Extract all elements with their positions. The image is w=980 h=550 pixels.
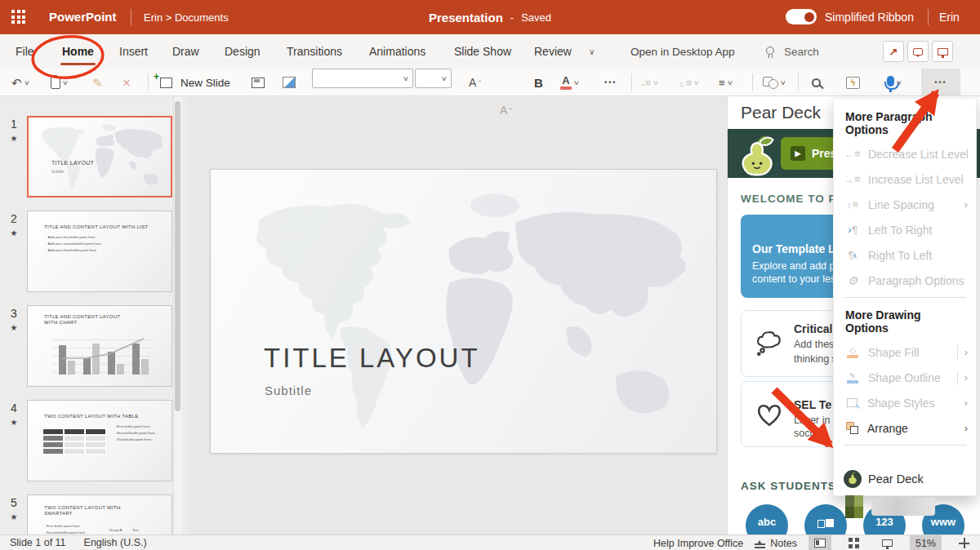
open-in-desktop-button[interactable]: Open in Desktop App	[630, 46, 735, 58]
slide-layout-button[interactable]	[252, 69, 265, 96]
menu-item-arrange[interactable]: Arrange ›	[834, 415, 976, 441]
submenu-chevron-icon: ›	[964, 346, 968, 358]
more-tabs-chevron-icon[interactable]: ∨	[589, 47, 595, 56]
slide-3-thumbnail[interactable]: TITLE AND CONTENT LAYOUT WITH CHART	[27, 305, 172, 387]
font-color-button[interactable]: A∨	[560, 69, 579, 96]
notes-icon	[755, 543, 765, 545]
undo-button[interactable]: ↶∨	[11, 69, 29, 96]
slide-title-text[interactable]: TITLE LAYOUT	[264, 343, 480, 374]
tab-home[interactable]: Home	[62, 45, 94, 58]
menu-item-shape-outline[interactable]: ✎ Shape Outline ›	[834, 365, 976, 390]
comments-button[interactable]	[907, 41, 929, 62]
tab-transitions[interactable]: Transitions	[287, 45, 342, 58]
notes-toggle[interactable]: Notes	[755, 538, 797, 549]
mini-world-map	[29, 118, 172, 197]
thumb-title: TITLE LAYOUT	[51, 160, 94, 166]
current-slide[interactable]: TITLE LAYOUT Subtitle	[210, 169, 717, 454]
simplified-ribbon-toggle[interactable]	[786, 9, 817, 24]
slide-subtitle-text[interactable]: Subtitle	[265, 384, 312, 397]
arrange-icon	[846, 422, 858, 434]
text-response-button[interactable]: abc	[746, 504, 788, 534]
thumb-bullet: Second bullet point here	[114, 430, 155, 437]
more-font-options-button[interactable]: •••	[604, 69, 617, 96]
font-name-chevron-icon: ∨	[403, 75, 409, 82]
slide-panel-scrollbar-thumb[interactable]	[175, 101, 180, 411]
designer-theme-button[interactable]	[283, 69, 296, 96]
slide-1-thumbnail[interactable]: TITLE LAYOUT Subtitle	[27, 116, 172, 197]
menu-item-shape-styles[interactable]: Shape Styles ›	[834, 390, 976, 415]
numbering-icon: 1.≡	[679, 77, 692, 89]
design-icon	[283, 77, 296, 88]
tell-me-bulb-icon[interactable]	[766, 47, 774, 55]
paste-chevron-icon[interactable]: ∨	[62, 79, 69, 86]
slide-4-thumbnail[interactable]: TWO CONTENT LAYOUT WITH TABLE First bull…	[27, 400, 172, 481]
menu-item-decrease-list-level[interactable]: ←≡ Decrease List Level	[834, 141, 976, 166]
slide-counter[interactable]: Slide 1 of 11	[10, 537, 66, 548]
menu-item-shape-fill[interactable]: ◇ Shape Fill ›	[834, 339, 976, 365]
submenu-chevron-icon: ›	[964, 397, 968, 409]
menu-item-paragraph-options[interactable]: ⚙ Paragraph Options	[834, 268, 976, 293]
designer-button[interactable]: ϟ	[846, 69, 860, 96]
format-painter-button[interactable]: ✎	[92, 69, 103, 96]
shapes-chevron-icon[interactable]: ∨	[780, 79, 786, 86]
align-button[interactable]: ≡∨	[719, 69, 732, 96]
font-color-chevron-icon[interactable]: ∨	[573, 79, 580, 86]
menu-item-line-spacing[interactable]: ↕≡ Line Spacing ›	[834, 192, 976, 217]
thumb-title: TITLE AND CONTENT LAYOUT WITH LIST	[44, 224, 167, 230]
zoom-level-button[interactable]: 51%	[910, 535, 942, 550]
bold-icon: B	[534, 76, 543, 90]
grow-caret-icon: ˆ	[479, 79, 481, 86]
font-name-select[interactable]: ∨	[312, 69, 413, 88]
tab-slide-show[interactable]: Slide Show	[454, 45, 511, 58]
clipboard-icon	[51, 77, 60, 89]
tab-design[interactable]: Design	[225, 45, 261, 58]
tab-animations[interactable]: Animations	[369, 45, 425, 58]
new-slide-button[interactable]: New Slide	[160, 69, 230, 96]
tab-review[interactable]: Review	[534, 45, 572, 58]
bullets-chevron-icon[interactable]: ∨	[653, 79, 659, 86]
search-input[interactable]: Search	[784, 46, 819, 58]
abc-label: abc	[758, 516, 776, 528]
dictate-chevron-icon[interactable]: ∨	[896, 79, 902, 86]
fit-to-window-button[interactable]	[953, 535, 975, 550]
heart-icon	[755, 403, 783, 428]
menu-item-left-to-right[interactable]: ›¶ Left To Right	[834, 217, 976, 242]
menu-item-increase-list-level[interactable]: →≡ Increase List Level	[834, 166, 976, 192]
slide-sorter-view-button[interactable]	[843, 535, 865, 550]
account-name[interactable]: Erin	[939, 11, 960, 24]
delete-button[interactable]: ×	[122, 69, 131, 96]
tab-insert[interactable]: Insert	[119, 45, 148, 58]
paste-button[interactable]: ∨	[51, 69, 68, 96]
tab-file[interactable]: File	[16, 45, 34, 58]
numbering-button[interactable]: 1.≡∨	[679, 69, 699, 96]
present-button[interactable]	[932, 41, 953, 62]
ribbon-overflow-button[interactable]: •••	[921, 69, 960, 96]
shapes-button[interactable]: ∨	[763, 69, 786, 96]
bullets-button[interactable]: •≡∨	[642, 69, 658, 96]
layout-icon	[252, 78, 265, 88]
menu-item-redacted[interactable]	[834, 493, 976, 521]
align-chevron-icon[interactable]: ∨	[726, 79, 733, 86]
increase-list-level-icon: →≡	[844, 173, 862, 185]
language-indicator[interactable]: English (U.S.)	[84, 537, 147, 548]
mini-table	[42, 428, 108, 455]
normal-view-button[interactable]	[808, 535, 831, 550]
slideshow-view-button[interactable]	[876, 535, 898, 550]
share-button[interactable]: ↗	[883, 41, 904, 62]
help-improve-office-link[interactable]: Help Improve Office	[653, 538, 743, 549]
menu-item-label: Left To Right	[868, 224, 968, 237]
sel-card-title: SEL Te	[794, 398, 831, 411]
slide-5-thumbnail[interactable]: TWO CONTENT LAYOUT WITH SMARTART First b…	[27, 495, 172, 534]
menu-item-pear-deck[interactable]: Pear Deck	[834, 465, 976, 493]
slide-2-thumbnail[interactable]: TITLE AND CONTENT LAYOUT WITH LIST Add y…	[27, 211, 172, 292]
font-size-select[interactable]: ∨	[415, 69, 452, 88]
fit-slide-icon	[959, 538, 969, 548]
dictate-button[interactable]: ∨	[887, 69, 902, 96]
undo-chevron-icon[interactable]: ∨	[23, 79, 29, 86]
find-button[interactable]	[812, 69, 821, 96]
document-title[interactable]: Presentation	[429, 11, 503, 24]
bold-button[interactable]: B	[534, 69, 543, 96]
numbering-chevron-icon[interactable]: ∨	[693, 79, 700, 86]
tab-draw[interactable]: Draw	[172, 45, 199, 58]
menu-item-right-to-left[interactable]: ¶› Right To Left	[834, 242, 976, 268]
